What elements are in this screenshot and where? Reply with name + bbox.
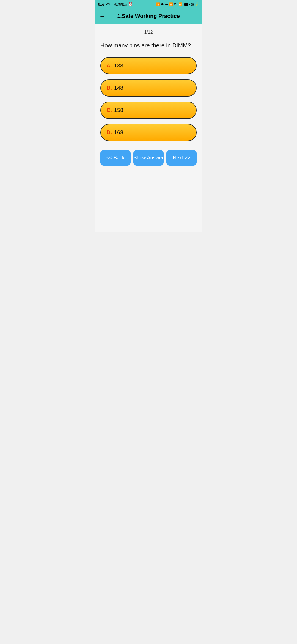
status-time-network: 8:52 PM | 78.9KB/s ⏰ — [98, 2, 133, 6]
question-counter: 1/12 — [100, 30, 197, 35]
option-c-letter: C. — [106, 107, 112, 113]
charging-icon: ⚡ — [195, 2, 199, 6]
status-network-speed: 78.9KB/s — [114, 2, 127, 6]
option-a-letter: A. — [106, 62, 112, 69]
back-button[interactable]: << Back — [100, 150, 131, 166]
option-a[interactable]: A. 138 — [100, 57, 197, 74]
quiz-content: 1/12 How many pins are there in DIMM? A.… — [95, 24, 202, 202]
status-bar: 8:52 PM | 78.9KB/s ⏰ 📶 ✱ Vo 📶 Vo 📶 36 ⚡ — [95, 0, 202, 9]
option-a-text: 138 — [114, 62, 123, 69]
status-time: 8:52 PM — [98, 2, 111, 6]
signal2-icon: 📶 — [178, 2, 182, 6]
alarm-icon: ⏰ — [128, 2, 133, 6]
bottom-area — [95, 202, 202, 232]
battery-percent: 36 — [191, 3, 194, 6]
page-title: 1.Safe Working Practice — [117, 13, 180, 19]
option-b-letter: B. — [106, 85, 112, 91]
back-arrow-button[interactable]: ← — [99, 13, 105, 20]
option-b-text: 148 — [114, 85, 123, 91]
option-c-text: 158 — [114, 107, 123, 113]
next-button[interactable]: Next >> — [166, 150, 197, 166]
action-buttons: << Back Show Answer Next >> — [100, 150, 197, 171]
option-c[interactable]: C. 158 — [100, 102, 197, 119]
options-container: A. 138 B. 148 C. 158 D. 168 — [100, 57, 197, 141]
volte2-icon: Vo — [174, 3, 177, 6]
option-d[interactable]: D. 168 — [100, 124, 197, 141]
option-d-letter: D. — [106, 129, 112, 136]
option-b[interactable]: B. 148 — [100, 79, 197, 97]
volte-icon: Vo — [165, 3, 168, 6]
status-separator: | — [112, 2, 112, 6]
wifi-icon: 📶 — [156, 2, 160, 6]
status-icons: 📶 ✱ Vo 📶 Vo 📶 36 ⚡ — [156, 2, 199, 6]
bluetooth-icon: ✱ — [161, 2, 164, 6]
header: ← 1.Safe Working Practice — [95, 9, 202, 24]
show-answer-button[interactable]: Show Answer — [133, 150, 164, 166]
option-d-text: 168 — [114, 129, 123, 136]
question-text: How many pins are there in DIMM? — [100, 41, 197, 49]
signal-icon: 📶 — [169, 2, 173, 6]
battery-icon — [184, 3, 189, 6]
